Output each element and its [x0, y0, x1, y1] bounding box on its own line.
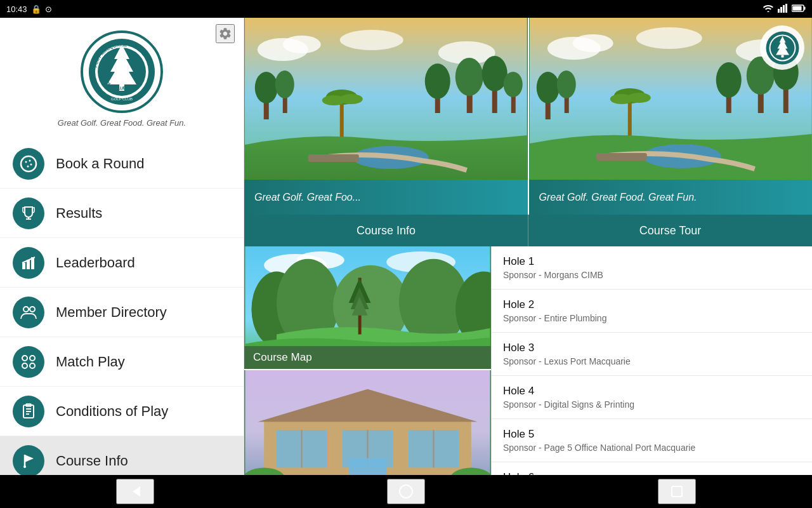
svg-point-15	[21, 156, 36, 171]
tab-course-tour[interactable]: Course Tour	[528, 215, 812, 246]
content-area: Great Golf. Great Foo...	[244, 18, 812, 475]
svg-rect-2	[783, 5, 785, 13]
tab-course-tour-label: Course Tour	[639, 224, 702, 237]
svg-rect-1	[780, 7, 782, 13]
flag-icon	[13, 445, 44, 476]
svg-rect-6	[793, 6, 802, 10]
banner-row: Great Golf. Great Foo...	[244, 18, 812, 215]
sidebar-item-match-play[interactable]: Match Play	[0, 337, 244, 387]
hole-2-sponsor: Sponsor - Entire Plumbing	[503, 313, 801, 323]
svg-point-31	[30, 363, 35, 368]
clipboard-icon	[13, 396, 44, 427]
svg-point-26	[23, 307, 29, 312]
circle-dots-icon: ⊙	[45, 4, 52, 14]
svg-point-46	[255, 72, 278, 104]
hole-5-name: Hole 5	[503, 428, 801, 441]
course-map-label: Course Map	[244, 346, 491, 369]
back-button[interactable]	[116, 479, 154, 504]
hole-item-6[interactable]: Hole 6	[492, 462, 812, 475]
svg-marker-38	[25, 455, 34, 462]
tab-course-info[interactable]: Course Info	[244, 215, 528, 246]
svg-point-54	[482, 56, 508, 91]
sidebar-label-course-info: Course Info	[56, 453, 128, 469]
svg-point-73	[716, 62, 741, 98]
hole-item-4[interactable]: Hole 4 Sponsor - Digital Signs & Printin…	[492, 376, 812, 419]
sidebar-item-conditions-of-play[interactable]: Conditions of Play	[0, 387, 244, 436]
sidebar-item-course-info[interactable]: Course Info	[0, 436, 244, 475]
svg-point-29	[30, 356, 35, 361]
hole-item-5[interactable]: Hole 5 Sponsor - Page 5 Office National …	[492, 419, 812, 462]
home-button[interactable]	[387, 479, 425, 504]
bottom-content: Course Map	[244, 246, 812, 475]
hole-3-sponsor: Sponsor - Lexus Port Macquarie	[503, 356, 801, 366]
svg-point-30	[22, 363, 27, 368]
wifi-icon	[763, 4, 774, 15]
svg-point-28	[22, 356, 27, 361]
status-bar-right	[763, 4, 806, 15]
hole-4-sponsor: Sponsor - Digital Signs & Printing	[503, 399, 801, 410]
banner-right: Great Golf. Great Food. Great Fun.	[528, 18, 813, 215]
svg-point-66	[636, 27, 702, 49]
sidebar-item-member-directory[interactable]: Member Directory	[0, 288, 244, 337]
svg-rect-22	[22, 263, 25, 269]
sidebar-label-book-a-round: Book a Round	[56, 156, 144, 172]
people-icon	[13, 297, 44, 328]
sidebar-item-leaderboard[interactable]: Leaderboard	[0, 238, 244, 288]
banner-left-overlay: Great Golf. Great Foo...	[244, 180, 528, 215]
tab-bar: Course Info Course Tour	[244, 215, 812, 246]
svg-point-69	[536, 72, 559, 104]
svg-point-16	[25, 161, 27, 163]
trophy-icon	[13, 197, 44, 229]
sidebar-label-match-play: Match Play	[56, 354, 125, 370]
sidebar-label-results: Results	[56, 205, 102, 222]
hole-5-sponsor: Sponsor - Page 5 Office National Port Ma…	[503, 443, 801, 453]
course-tour-list: Hole 1 Sponsor - Morgans CIMB Hole 2 Spo…	[492, 246, 812, 475]
hole-1-name: Hole 1	[503, 255, 801, 268]
hole-item-1[interactable]: Hole 1 Sponsor - Morgans CIMB	[492, 246, 812, 290]
recents-button[interactable]	[658, 479, 696, 504]
svg-point-43	[340, 30, 403, 50]
hole-1-sponsor: Sponsor - Morgans CIMB	[503, 270, 801, 280]
svg-point-65	[572, 34, 613, 52]
svg-rect-111	[349, 458, 386, 475]
svg-rect-83	[596, 153, 646, 161]
sidebar-label-conditions-of-play: Conditions of Play	[56, 403, 168, 420]
svg-point-52	[455, 58, 483, 96]
banner-left: Great Golf. Great Foo...	[244, 18, 528, 215]
svg-point-81	[627, 93, 650, 103]
svg-text:GOLF CLUB: GOLF CLUB	[111, 97, 133, 101]
sidebar-item-results[interactable]: Results	[0, 189, 244, 238]
status-time: 10:43	[6, 4, 27, 14]
svg-marker-115	[133, 486, 140, 497]
bottom-nav	[0, 475, 812, 508]
svg-point-50	[425, 64, 450, 99]
banner-logo-overlay	[760, 25, 804, 70]
course-cards: Course Map	[244, 246, 492, 475]
status-bar-left: 10:43 🔒 ⊙	[6, 4, 52, 14]
svg-rect-78	[627, 99, 631, 138]
settings-button[interactable]	[216, 24, 235, 43]
status-bar: 10:43 🔒 ⊙	[0, 0, 812, 18]
svg-rect-0	[778, 9, 780, 13]
course-map-card[interactable]: Course Map	[244, 246, 491, 370]
clubhouse-card[interactable]	[244, 370, 491, 475]
sidebar-label-leaderboard: Leaderboard	[56, 255, 135, 271]
banner-right-text: Great Golf. Great Food. Great Fun.	[539, 192, 697, 203]
svg-point-18	[30, 163, 32, 165]
sidebar-item-book-a-round[interactable]: Book a Round	[0, 139, 244, 189]
club-tagline: Great Golf. Great Food. Great Fun.	[58, 118, 186, 128]
tab-course-info-label: Course Info	[357, 224, 416, 237]
svg-rect-3	[785, 4, 787, 13]
hole-item-3[interactable]: Hole 3 Sponsor - Lexus Port Macquarie	[492, 333, 812, 376]
hole-4-name: Hole 4	[503, 385, 801, 398]
hole-item-2[interactable]: Hole 2 Sponsor - Entire Plumbing	[492, 290, 812, 333]
svg-point-56	[504, 72, 523, 97]
sidebar-header: PORT MACQUARIE GOLF CLUB GOLF CLUB Great…	[0, 18, 244, 139]
golf-ball-icon	[13, 148, 44, 180]
main-layout: PORT MACQUARIE GOLF CLUB GOLF CLUB Great…	[0, 18, 812, 475]
svg-point-17	[29, 159, 31, 161]
leaderboard-icon	[13, 247, 44, 279]
svg-rect-88	[781, 55, 783, 57]
lock-icon: 🔒	[31, 4, 41, 14]
svg-point-27	[30, 307, 35, 312]
